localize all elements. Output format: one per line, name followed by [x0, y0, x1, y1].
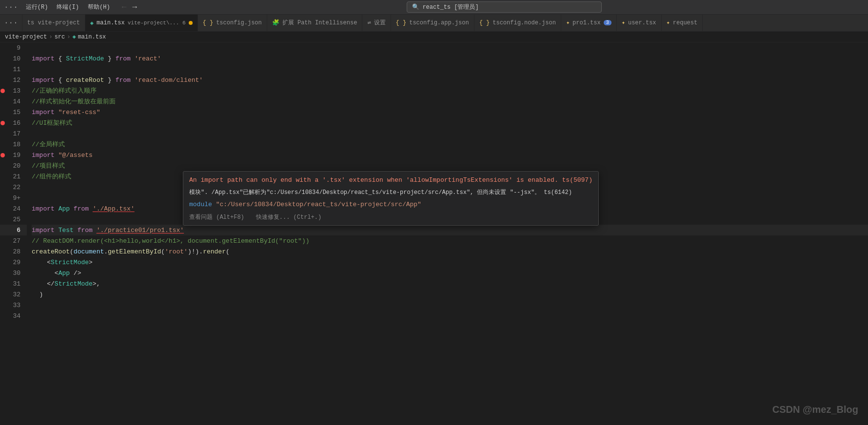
menu-run[interactable]: 运行(R) — [22, 2, 52, 12]
code-line-10: import { StrictMode } from 'react' — [32, 53, 868, 64]
tab-dots[interactable]: ··· — [0, 15, 22, 31]
tooltip-action-view[interactable]: 查看问题 (Alt+F8) — [189, 213, 244, 221]
tab-ts-vite-project[interactable]: ts vite-project — [22, 15, 85, 31]
line-row-34: 34 — [0, 310, 27, 321]
line-num-26: 6 — [5, 227, 24, 234]
line-row-31: 31 — [0, 278, 27, 289]
str-assets: "@/assets — [59, 152, 93, 159]
line-row-11: 11 — [0, 64, 27, 75]
breadcrumb-src[interactable]: src — [55, 34, 65, 40]
tab-icon-json: { } — [203, 19, 214, 26]
comment-13: //正确的样式引入顺序 — [32, 86, 97, 95]
line-row-13: 13 — [0, 85, 27, 96]
menu-help[interactable]: 帮助(H) — [84, 2, 114, 12]
line-num-29: 29 — [5, 259, 24, 266]
line-row-16: 16 — [0, 117, 27, 128]
code-line-13: //正确的样式引入顺序 — [32, 85, 868, 96]
line-num-24: 24 — [5, 205, 24, 212]
comment-18: //全局样式 — [32, 140, 65, 149]
nav-forward[interactable]: → — [130, 2, 139, 13]
line-row-14: 14 — [0, 96, 27, 107]
code-line-28: createRoot ( document . getElementById (… — [32, 246, 868, 257]
str-pro1-tsx: './practice01/pro1.tsx' — [97, 227, 184, 234]
tab-path-intellisense[interactable]: 🧩 扩展 Path Intellisense — [267, 15, 363, 31]
tab-tsconfig-json[interactable]: { } tsconfig.json — [198, 15, 267, 31]
code-line-26: import Test from './practice01/pro1.tsx' — [32, 225, 868, 235]
line-num-30: 30 — [5, 270, 24, 277]
line-num-28: 28 — [5, 248, 24, 255]
code-content[interactable]: import { StrictMode } from 'react' impor… — [27, 42, 868, 425]
menu-terminal[interactable]: 终端(I) — [53, 2, 83, 12]
code-line-17 — [32, 128, 868, 139]
line-row-33: 33 — [0, 300, 27, 310]
tab-label-tsconfig-node: tsconfig.node.json — [493, 19, 556, 26]
line-num-13: 13 — [5, 87, 24, 95]
cls-strictmode: StrictMode — [66, 55, 104, 62]
tab-icon-request: ✦ — [667, 19, 670, 26]
line-row-30: 30 — [0, 268, 27, 278]
tab-icon-node: { } — [479, 19, 490, 26]
breakpoint-19[interactable] — [0, 153, 5, 157]
breadcrumb-file[interactable]: main.tsx — [78, 34, 106, 40]
breadcrumb-file-icon: ◈ — [72, 33, 76, 40]
code-line-34 — [32, 310, 868, 321]
watermark: CSDN @mez_Blog — [772, 404, 858, 415]
tab-request[interactable]: ✦ request — [662, 15, 703, 31]
breakpoint-16[interactable] — [0, 121, 5, 125]
fn-render: render — [203, 248, 226, 255]
tooltip-warn-line: 模块". /App.tsx"已解析为"c:/Users/10834/Deskto… — [189, 188, 592, 197]
fn-createroot: createRoot — [66, 77, 104, 84]
line-row-20: 20 — [0, 160, 27, 171]
comment-16: //UI框架样式 — [32, 118, 72, 127]
tab-tsconfig-app[interactable]: { } tsconfig.app.json — [391, 15, 474, 31]
line-num-23: 9+ — [5, 194, 24, 202]
code-line-12: import { createRoot } from 'react-dom/cl… — [32, 75, 868, 85]
code-line-11 — [32, 64, 868, 75]
line-indicator-16 — [0, 121, 5, 125]
breadcrumb-project[interactable]: vite-project — [5, 34, 47, 40]
tab-main-tsx[interactable]: ◈ main.tsx vite-project\... 6 — [85, 15, 198, 31]
breadcrumb: vite-project › src › ◈ main.tsx — [0, 32, 868, 42]
line-row-17: 17 — [0, 128, 27, 139]
breakpoint-13[interactable] — [0, 89, 5, 93]
code-line-15: import "reset-css" — [32, 107, 868, 117]
tab-label-pro1: pro1.tsx — [572, 19, 601, 26]
line-row-19: 19 — [0, 150, 27, 160]
tab-sublabel: vite-project\... 6 — [128, 20, 186, 26]
line-row-26: 6 — [0, 225, 27, 235]
tab-pro1-tsx[interactable]: ✦ pro1.tsx 3 — [561, 15, 617, 31]
line-num-34: 34 — [5, 312, 24, 320]
str-react-dom: 'react-dom/client' — [135, 77, 203, 84]
tab-file-icon: ◈ — [90, 19, 94, 27]
line-num-9: 9 — [5, 44, 24, 52]
kw-import: import — [32, 55, 55, 62]
code-line-14: //样式初始化一般放在最前面 — [32, 96, 868, 107]
code-line-19: import "@/assets — [32, 150, 868, 160]
editor-area: 9 10 11 12 13 — [0, 42, 868, 425]
nav-arrows: ← → — [120, 2, 139, 13]
line-row-32: 32 — [0, 289, 27, 300]
code-line-20: //项目样式 — [32, 160, 868, 171]
str-react: 'react' — [135, 55, 161, 62]
title-bar: ··· 运行(R) 终端(I) 帮助(H) ← → 🔍 react_ts [管理… — [0, 0, 868, 15]
tab-label-user: user.tsx — [628, 19, 656, 26]
var-document: document — [74, 248, 104, 255]
tooltip-action-quickfix[interactable]: 快速修复... (Ctrl+.) — [256, 213, 321, 221]
search-bar[interactable]: 🔍 react_ts [管理员] — [407, 1, 602, 13]
tab-label-ext: 扩展 Path Intellisense — [282, 19, 357, 27]
line-row-12: 12 — [0, 75, 27, 85]
tag-app: App — [59, 270, 70, 277]
tab-user-tsx[interactable]: ✦ user.tsx — [617, 15, 662, 31]
cls-test: Test — [59, 227, 74, 234]
tab-label-tsconfig-app: tsconfig.app.json — [409, 19, 469, 26]
str-reset-css: "reset-css" — [59, 109, 100, 116]
tab-tsconfig-node[interactable]: { } tsconfig.node.json — [474, 15, 561, 31]
line-row-25: 25 — [0, 214, 27, 225]
tab-icon-app: { } — [396, 19, 407, 26]
line-indicator-13 — [0, 89, 5, 93]
activity-bar-icon[interactable]: ··· — [4, 3, 18, 12]
nav-back[interactable]: ← — [120, 2, 129, 13]
str-root: 'root' — [165, 248, 188, 255]
tab-settings[interactable]: ⇌ 设置 — [362, 15, 391, 31]
line-num-15: 15 — [5, 109, 24, 116]
